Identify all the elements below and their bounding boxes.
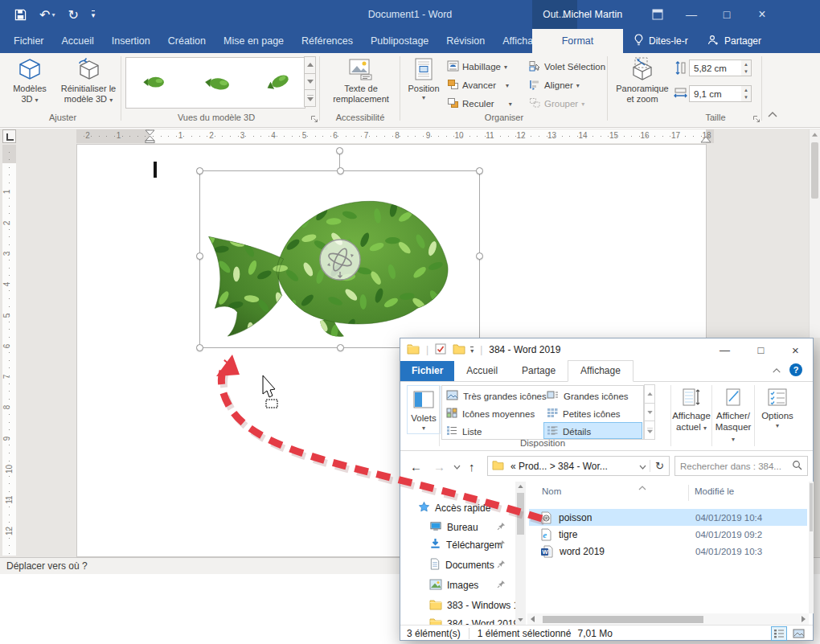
minimize-button[interactable]: — bbox=[675, 0, 707, 29]
collapse-ribbon-button[interactable] bbox=[767, 109, 778, 121]
rotate-handle[interactable] bbox=[336, 147, 343, 154]
layout-option-d-tails[interactable]: Détails bbox=[547, 423, 591, 440]
resize-handle-ne[interactable] bbox=[476, 167, 483, 174]
bring-forward-button[interactable]: Avancer▾ bbox=[447, 77, 509, 93]
explorer-close-button[interactable]: × bbox=[777, 338, 814, 361]
selection-pane-button[interactable]: Volet Sélection bbox=[529, 59, 605, 75]
explorer-tab-accueil[interactable]: Accueil bbox=[454, 361, 510, 381]
new-folder-qat-icon[interactable] bbox=[453, 343, 465, 357]
layout-option-petites-ic-nes[interactable]: Petites icônes bbox=[547, 405, 621, 422]
column-header-name[interactable]: Nom bbox=[542, 486, 561, 496]
back-icon[interactable]: ← bbox=[410, 460, 422, 474]
resize-handle-e[interactable] bbox=[476, 252, 483, 260]
layout-scroll-up[interactable] bbox=[644, 384, 655, 404]
models-3d-button[interactable]: Modèles 3D ▾ bbox=[6, 56, 53, 105]
dialog-launcher-size[interactable] bbox=[752, 114, 761, 125]
sidebar-item-images[interactable]: Images bbox=[429, 576, 478, 594]
fish-view-thumb-2[interactable] bbox=[199, 72, 232, 93]
ribbon-display-options-button[interactable] bbox=[642, 0, 674, 29]
thumbnails-view-toggle[interactable] bbox=[790, 626, 806, 641]
3d-rotate-handle[interactable] bbox=[318, 238, 362, 281]
details-view-toggle[interactable] bbox=[771, 626, 787, 641]
word-tab-r-vision[interactable]: Révision bbox=[437, 29, 494, 53]
sidebar-item-384-word-2019[interactable]: 384 - Word 2019 bbox=[429, 615, 515, 625]
address-path[interactable]: « Prod... > 384 - Wor... bbox=[510, 461, 608, 472]
address-dropdown-chevron[interactable] bbox=[639, 461, 646, 472]
search-icon[interactable] bbox=[792, 460, 802, 472]
filelist-horizontal-scrollbar[interactable] bbox=[527, 613, 809, 625]
word-vertical-scrollbar[interactable] bbox=[809, 129, 820, 338]
layout-scroll-down[interactable] bbox=[644, 403, 655, 422]
undo-button[interactable]: ↶▾ bbox=[39, 7, 55, 23]
tab-stop-selector[interactable] bbox=[2, 129, 16, 143]
gallery-scroll-up-button[interactable] bbox=[304, 56, 316, 74]
resize-handle-nw[interactable] bbox=[196, 167, 203, 174]
layout-more[interactable] bbox=[644, 420, 655, 440]
layout-option-ic-nes-moyennes[interactable]: Icônes moyennes bbox=[446, 405, 535, 422]
explorer-tab-affichage[interactable]: Affichage bbox=[568, 360, 633, 382]
height-field[interactable]: 5,82 cm bbox=[689, 59, 742, 76]
pan-zoom-button[interactable]: Panoramique et zoom bbox=[613, 56, 672, 105]
signed-in-user[interactable]: Michel Martin bbox=[563, 0, 622, 29]
help-icon[interactable]: ? bbox=[789, 363, 802, 376]
hscroll-thumb[interactable] bbox=[543, 616, 703, 623]
resize-handle-s[interactable] bbox=[337, 344, 344, 351]
vertical-ruler[interactable]: 123456789101112 bbox=[2, 145, 16, 556]
height-spinner[interactable]: ▲▼ bbox=[741, 59, 752, 76]
file-row-word-2019[interactable]: Wword 201904/01/2019 10:3 bbox=[529, 543, 807, 560]
filelist-vertical-scrollbar[interactable] bbox=[809, 482, 814, 613]
indent-markers[interactable] bbox=[144, 129, 156, 143]
maximize-button[interactable]: □ bbox=[711, 0, 743, 29]
address-box[interactable]: « Prod... > 384 - Wor... ↻ bbox=[487, 456, 670, 476]
word-tab-fichier[interactable]: Fichier bbox=[5, 29, 53, 53]
dialog-launcher-views[interactable] bbox=[310, 114, 318, 125]
search-input[interactable]: Rechercher dans : 384... bbox=[674, 456, 808, 476]
customize-qat-button[interactable]: ▾ bbox=[92, 10, 96, 18]
file-row-poisson[interactable]: poisson04/01/2019 10:4 bbox=[529, 509, 807, 526]
close-button[interactable]: × bbox=[746, 0, 778, 29]
hscroll-right-icon[interactable] bbox=[802, 613, 806, 625]
explorer-minimize-button[interactable]: — bbox=[707, 338, 743, 361]
alt-text-button[interactable]: Texte de remplacement bbox=[326, 56, 396, 105]
repeat-button[interactable]: ↻ bbox=[68, 7, 78, 23]
fish-view-thumb-3[interactable] bbox=[258, 72, 292, 93]
sidebar-scrollbar[interactable] bbox=[515, 482, 526, 625]
forward-icon[interactable]: → bbox=[433, 460, 445, 474]
tab-format-contextual[interactable]: Format bbox=[532, 29, 623, 53]
properties-qat-icon[interactable] bbox=[435, 343, 446, 357]
layout-option-tr-s-grandes-ic-nes[interactable]: Très grandes icônes bbox=[446, 388, 547, 404]
right-indent-marker[interactable] bbox=[700, 135, 711, 143]
customize-qat-icon[interactable]: ▾ bbox=[470, 347, 474, 354]
explorer-maximize-button[interactable]: □ bbox=[743, 338, 779, 361]
layout-option-grandes-ic-nes[interactable]: Grandes icônes bbox=[547, 388, 629, 404]
file-row-tigre[interactable]: etigre04/01/2019 09:2 bbox=[529, 526, 807, 543]
expand-ribbon-chevron[interactable] bbox=[772, 365, 781, 376]
send-backward-button[interactable]: Reculer▾ bbox=[447, 96, 512, 112]
3d-views-gallery[interactable] bbox=[125, 57, 305, 109]
refresh-icon[interactable]: ↻ bbox=[650, 460, 669, 472]
sidebar-item-acc-s-rapide[interactable]: Accès rapide bbox=[418, 499, 490, 517]
wrap-text-button[interactable]: Habillage▾ bbox=[447, 59, 507, 75]
reset-3d-model-button[interactable]: Réinitialiser le modèle 3D ▾ bbox=[51, 56, 125, 105]
recent-locations-chevron[interactable] bbox=[453, 461, 461, 472]
resize-handle-sw[interactable] bbox=[196, 344, 203, 351]
gallery-scroll-down-button[interactable] bbox=[304, 73, 316, 91]
show-hide-button[interactable]: Afficher/ Masquer ▾ bbox=[714, 385, 752, 444]
sidebar-item-383-windows-1[interactable]: 383 - Windows 1 bbox=[429, 597, 515, 614]
column-header-modified[interactable]: Modifié le bbox=[695, 486, 734, 496]
options-button[interactable]: Options ▾ bbox=[756, 385, 798, 429]
word-tab-mise-en-page[interactable]: Mise en page bbox=[215, 29, 293, 53]
layout-option-liste[interactable]: Liste bbox=[446, 423, 482, 440]
sidebar-item-t-l-chargem[interactable]: Téléchargem bbox=[429, 536, 502, 554]
sidebar-item-bureau[interactable]: Bureau bbox=[429, 519, 478, 536]
up-icon[interactable]: ↑ bbox=[469, 460, 475, 474]
gallery-more-button[interactable] bbox=[304, 89, 316, 107]
sidebar-item-documents[interactable]: Documents bbox=[429, 556, 494, 574]
word-tab-insertion[interactable]: Insertion bbox=[103, 29, 159, 53]
word-tab-accueil[interactable]: Accueil bbox=[53, 29, 103, 53]
width-spinner[interactable]: ▲▼ bbox=[741, 85, 752, 102]
current-view-button[interactable]: Affichage actuel ▾ bbox=[674, 385, 709, 433]
width-field[interactable]: 9,1 cm bbox=[689, 85, 742, 102]
panes-button[interactable]: Volets ▾ bbox=[407, 385, 441, 434]
hscroll-left-icon[interactable] bbox=[531, 613, 535, 625]
